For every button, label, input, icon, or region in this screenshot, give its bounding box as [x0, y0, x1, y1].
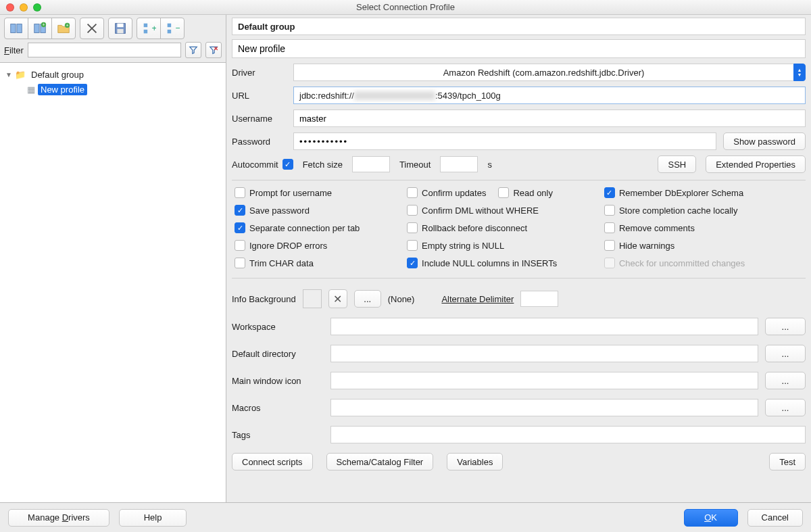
- rollback-checkbox[interactable]: [407, 222, 418, 233]
- tags-input[interactable]: [330, 426, 806, 443]
- password-input[interactable]: [293, 132, 716, 150]
- ok-button[interactable]: OK: [684, 509, 738, 527]
- store-cache-checkbox[interactable]: [604, 205, 615, 216]
- timeout-label: Timeout: [399, 160, 431, 170]
- show-password-button[interactable]: Show password: [723, 132, 806, 150]
- variables-button[interactable]: Variables: [447, 453, 503, 470]
- defdir-label: Default directory: [232, 349, 324, 359]
- extended-properties-button[interactable]: Extended Properties: [706, 155, 806, 173]
- svg-text:+: +: [66, 23, 69, 28]
- connect-scripts-button[interactable]: Connect scripts: [232, 453, 313, 470]
- alt-delimiter-label: Alternate Delimiter: [441, 294, 514, 304]
- driver-select[interactable]: Amazon Redshift (com.amazon.redshift.jdb…: [293, 64, 806, 81]
- expand-button[interactable]: +: [137, 18, 161, 39]
- folder-icon: 📁: [15, 70, 26, 80]
- include-null-checkbox[interactable]: [407, 258, 418, 268]
- svg-rect-13: [144, 24, 148, 28]
- options-grid: Prompt for username Confirm updates Read…: [232, 180, 806, 279]
- prompt-username-checkbox[interactable]: [235, 187, 245, 198]
- icon-label: Main window icon: [232, 376, 324, 386]
- copy-profile-button[interactable]: +: [28, 18, 52, 39]
- macros-browse-button[interactable]: ...: [765, 399, 806, 416]
- filter-apply-button[interactable]: [185, 42, 201, 58]
- defdir-input[interactable]: [330, 345, 758, 362]
- schema-filter-button[interactable]: Schema/Catalog Filter: [326, 453, 434, 470]
- info-bg-swatch[interactable]: [303, 289, 322, 308]
- workspace-input[interactable]: [330, 318, 758, 335]
- help-button[interactable]: Help: [119, 509, 187, 527]
- svg-rect-2: [34, 24, 39, 33]
- check-uncommitted-checkbox: [604, 258, 615, 268]
- url-prefix: jdbc:redshift://: [299, 91, 354, 101]
- svg-rect-16: [168, 24, 172, 28]
- autocommit-label: Autocommit: [232, 160, 278, 170]
- icon-input[interactable]: [330, 372, 758, 389]
- remove-comments-checkbox[interactable]: [604, 222, 615, 233]
- tree-profile-label: New profile: [38, 84, 87, 95]
- tree-group-label: Default group: [28, 69, 87, 80]
- confirm-updates-checkbox[interactable]: [407, 187, 418, 198]
- empty-null-checkbox[interactable]: [407, 240, 418, 251]
- save-password-checkbox[interactable]: [235, 205, 245, 216]
- cancel-button[interactable]: Cancel: [747, 509, 803, 527]
- profile-tree[interactable]: ▼ 📁 Default group ▦ New profile: [0, 63, 226, 502]
- tags-label: Tags: [232, 430, 324, 440]
- delete-button[interactable]: [80, 18, 104, 39]
- svg-text:+: +: [152, 23, 156, 33]
- profile-name-input[interactable]: [232, 39, 806, 58]
- filter-label: Filter: [4, 45, 24, 55]
- macros-input[interactable]: [330, 399, 758, 416]
- icon-browse-button[interactable]: ...: [765, 372, 806, 389]
- read-only-checkbox[interactable]: [498, 187, 509, 198]
- url-input[interactable]: jdbc:redshift:// :5439/tpch_100g: [293, 87, 806, 104]
- driver-value: Amazon Redshift (com.amazon.redshift.jdb…: [293, 64, 793, 81]
- defdir-browse-button[interactable]: ...: [765, 345, 806, 362]
- url-suffix: :5439/tpch_100g: [435, 91, 501, 101]
- svg-text:−: −: [176, 23, 180, 33]
- svg-rect-0: [11, 24, 16, 33]
- info-bg-value: (None): [388, 294, 415, 304]
- window-title: Select Connection Profile: [0, 2, 811, 12]
- test-button[interactable]: Test: [769, 453, 806, 470]
- svg-rect-14: [144, 30, 148, 34]
- alt-delimiter-input[interactable]: [520, 291, 558, 307]
- password-label: Password: [232, 137, 289, 147]
- ignore-drop-checkbox[interactable]: [235, 240, 245, 251]
- trim-char-checkbox[interactable]: [235, 258, 245, 268]
- hide-warnings-checkbox[interactable]: [604, 240, 615, 251]
- confirm-dml-checkbox[interactable]: [407, 205, 418, 216]
- collapse-button[interactable]: −: [160, 18, 185, 39]
- info-bg-choose-button[interactable]: ...: [354, 290, 381, 308]
- url-label: URL: [232, 91, 289, 101]
- left-toolbar: + + + −: [0, 15, 226, 41]
- fetch-size-input[interactable]: [352, 156, 390, 172]
- select-arrows-icon: ▲▼: [793, 64, 806, 81]
- info-bg-label: Info Background: [232, 294, 296, 304]
- filter-row: Filter: [0, 41, 226, 63]
- ssh-button[interactable]: SSH: [658, 155, 696, 173]
- username-input[interactable]: [293, 110, 806, 127]
- workspace-browse-button[interactable]: ...: [765, 318, 806, 335]
- tree-profile-row[interactable]: ▦ New profile: [3, 82, 223, 97]
- new-folder-button[interactable]: +: [51, 18, 76, 39]
- info-row: Info Background ✕ ... (None) Alternate D…: [226, 289, 811, 308]
- timeout-input[interactable]: [440, 156, 478, 172]
- info-bg-clear-button[interactable]: ✕: [328, 289, 347, 308]
- username-label: Username: [232, 114, 289, 124]
- svg-rect-11: [117, 24, 123, 28]
- titlebar: Select Connection Profile: [0, 0, 811, 15]
- filter-input[interactable]: [28, 43, 181, 57]
- tree-group-row[interactable]: ▼ 📁 Default group: [3, 67, 223, 82]
- save-button[interactable]: [108, 18, 132, 39]
- database-icon: ▦: [27, 84, 35, 95]
- remember-schema-checkbox[interactable]: [604, 187, 615, 198]
- new-profile-button[interactable]: [4, 18, 28, 39]
- filter-clear-button[interactable]: [205, 42, 222, 58]
- url-host-redacted: [354, 91, 435, 100]
- separate-conn-checkbox[interactable]: [235, 222, 245, 233]
- group-header: Default group: [232, 18, 806, 35]
- autocommit-checkbox[interactable]: [282, 159, 293, 170]
- chevron-down-icon[interactable]: ▼: [5, 71, 12, 78]
- manage-drivers-button[interactable]: Manage Drivers: [8, 509, 109, 527]
- svg-text:+: +: [43, 22, 45, 27]
